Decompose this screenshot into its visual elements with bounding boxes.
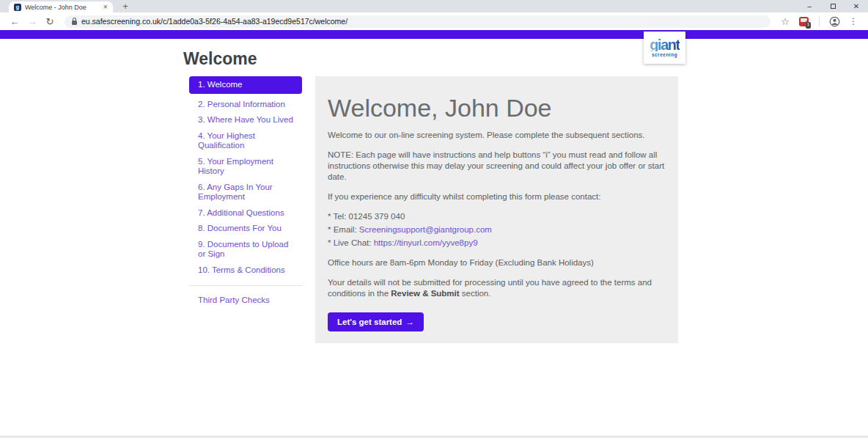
sidebar-divider (189, 285, 302, 286)
contact-tel: * Tel: 01245 379 040 (328, 211, 666, 222)
tab-close-icon[interactable]: × (103, 3, 108, 11)
terms-part2: section. (460, 289, 491, 298)
logo-text: giant (650, 38, 679, 51)
browser-menu-icon[interactable]: ⋮ (849, 16, 858, 26)
sidebar-item-terms-and-conditions[interactable]: 10. Terms & Conditions (189, 263, 302, 279)
intro-text: Welcome to our on-line screening system.… (328, 130, 666, 141)
window-bottom-edge (0, 436, 868, 438)
sidebar-item-where-have-you-lived[interactable]: 3. Where Have You Lived (189, 112, 302, 128)
contact-email-link[interactable]: Screeningsupport@giantgroup.com (359, 225, 492, 234)
sidebar-item-documents-to-upload-or-sign[interactable]: 9. Documents to Upload or Sign (189, 237, 302, 263)
browser-titlebar: g Welcome - John Doe × + – ✕ (0, 0, 868, 12)
contact-email-prefix: * Email: (328, 225, 359, 234)
lets-get-started-button[interactable]: Let's get started→ (328, 312, 424, 331)
page-body: giant screening Welcome 1. Welcome 2. Pe… (0, 39, 868, 438)
back-icon[interactable]: ← (7, 16, 22, 27)
welcome-heading: Welcome, John Doe (328, 94, 666, 122)
contact-chat-link[interactable]: https://tinyurl.com/yyve8py9 (374, 238, 478, 247)
section-sidebar: 1. Welcome 2. Personal Information 3. Wh… (189, 76, 302, 309)
url-text[interactable]: eu.safescreening.co.uk/c/1adde0a3-5f26-4… (81, 17, 347, 26)
profile-icon[interactable] (829, 16, 840, 27)
sidebar-item-your-highest-qualification[interactable]: 4. Your Highest Qualification (189, 128, 302, 154)
maximize-icon (831, 4, 836, 9)
arrow-right-icon: → (405, 318, 414, 326)
page-title: Welcome (183, 39, 868, 70)
terms-bold: Review & Submit (391, 289, 459, 298)
minimize-button[interactable]: – (798, 0, 821, 12)
logo-subtext: screening (652, 52, 677, 57)
close-button[interactable]: ✕ (845, 0, 868, 12)
contact-email-line: * Email: Screeningsupport@giantgroup.com (328, 224, 666, 235)
reload-icon[interactable]: ↻ (43, 16, 57, 27)
sidebar-item-any-gaps-in-your-employment[interactable]: 6. Any Gaps In Your Employment (189, 180, 302, 205)
office-hours-text: Office hours are 8am-6pm Monday to Frida… (328, 257, 666, 268)
sidebar-item-your-employment-history[interactable]: 5. Your Employment History (189, 154, 302, 180)
toolbar-separator (819, 17, 820, 26)
sidebar-item-documents-for-you[interactable]: 8. Documents For You (189, 221, 302, 237)
welcome-panel: Welcome, John Doe Welcome to our on-line… (315, 76, 678, 343)
accent-bar (0, 30, 868, 39)
maximize-button[interactable] (821, 0, 845, 12)
sidebar-item-welcome[interactable]: 1. Welcome (189, 76, 302, 94)
contact-chat-line: * Live Chat: https://tinyurl.com/yyve8py… (328, 238, 666, 249)
site-favicon: g (14, 4, 21, 11)
contact-intro-text: If you experience any difficulty whilst … (328, 191, 666, 202)
note-text: NOTE: Each page will have instructions a… (328, 150, 666, 183)
extension-icon[interactable]: 1 (799, 17, 809, 26)
bookmark-star-icon[interactable]: ☆ (781, 16, 790, 27)
forward-icon[interactable]: → (25, 16, 40, 27)
browser-tab[interactable]: g Welcome - John Doe × (9, 1, 113, 12)
browser-toolbar: ← → ↻ eu.safescreening.co.uk/c/1adde0a3-… (0, 12, 868, 30)
terms-text: Your details will not be submitted for p… (328, 277, 666, 299)
url-bar[interactable]: eu.safescreening.co.uk/c/1adde0a3-5f26-4… (65, 15, 770, 28)
new-tab-button[interactable]: + (119, 1, 131, 12)
extension-badge: 1 (806, 22, 811, 29)
sidebar-item-third-party-checks[interactable]: Third Party Checks (189, 293, 302, 309)
sidebar-item-additional-questions[interactable]: 7. Additional Questions (189, 205, 302, 221)
giant-screening-logo: giant screening (644, 32, 685, 64)
contact-chat-prefix: * Live Chat: (328, 238, 374, 247)
tab-title: Welcome - John Doe (25, 4, 100, 11)
lock-icon (72, 21, 77, 25)
sidebar-item-personal-information[interactable]: 2. Personal Information (189, 97, 302, 113)
cta-label: Let's get started (337, 318, 402, 326)
